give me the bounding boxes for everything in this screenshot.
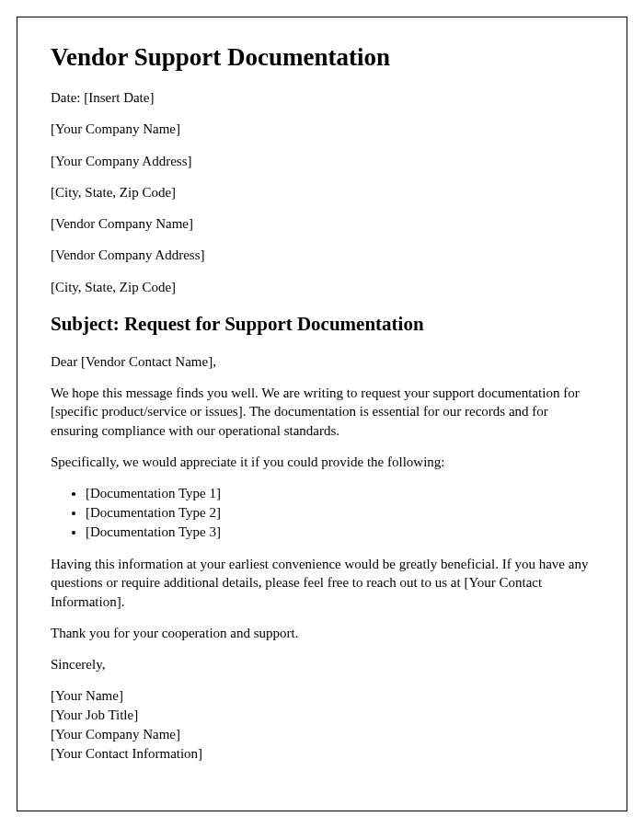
signature-company-name: [Your Company Name]	[51, 725, 593, 744]
your-company-address: [Your Company Address]	[51, 152, 593, 170]
body-paragraph-2: Specifically, we would appreciate it if …	[51, 453, 593, 471]
list-item: [Documentation Type 3]	[86, 523, 593, 542]
vendor-company-address: [Vendor Company Address]	[51, 246, 593, 264]
vendor-city-state-zip: [City, State, Zip Code]	[51, 278, 593, 296]
list-item: [Documentation Type 1]	[86, 484, 593, 503]
signature-block: [Your Name] [Your Job Title] [Your Compa…	[51, 686, 593, 764]
signature-contact-info: [Your Contact Information]	[51, 744, 593, 764]
documentation-list: [Documentation Type 1] [Documentation Ty…	[86, 484, 593, 542]
page-title: Vendor Support Documentation	[51, 43, 593, 72]
closing: Sincerely,	[51, 655, 593, 673]
body-paragraph-4: Thank you for your cooperation and suppo…	[51, 624, 593, 642]
your-company-name: [Your Company Name]	[51, 120, 593, 138]
your-city-state-zip: [City, State, Zip Code]	[51, 183, 593, 201]
signature-name: [Your Name]	[51, 686, 593, 706]
header-block: Date: [Insert Date] [Your Company Name] …	[51, 88, 593, 296]
signature-job-title: [Your Job Title]	[51, 706, 593, 725]
vendor-company-name: [Vendor Company Name]	[51, 214, 593, 233]
list-item: [Documentation Type 2]	[86, 503, 593, 523]
body-paragraph-1: We hope this message finds you well. We …	[51, 384, 593, 440]
date-line: Date: [Insert Date]	[51, 88, 593, 107]
salutation: Dear [Vendor Contact Name],	[51, 352, 593, 371]
subject-heading: Subject: Request for Support Documentati…	[51, 313, 593, 336]
document-page: Vendor Support Documentation Date: [Inse…	[17, 17, 627, 811]
body-paragraph-3: Having this information at your earliest…	[51, 555, 593, 611]
